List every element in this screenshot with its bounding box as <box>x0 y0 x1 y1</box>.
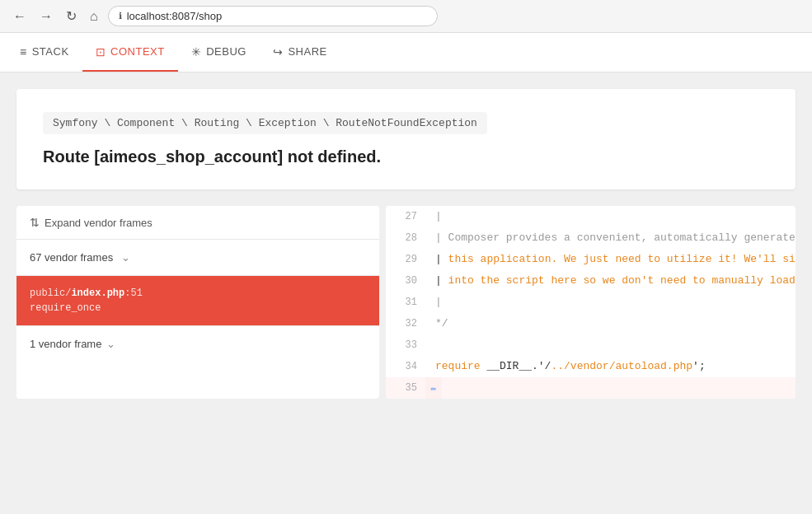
url-bar[interactable]: ℹ localhost:8087/shop <box>108 6 438 26</box>
vendor-frames-chevron: ⌄ <box>121 251 130 264</box>
line-num-35: 35 <box>386 377 425 399</box>
line-content-35 <box>442 377 796 399</box>
forward-button[interactable]: → <box>36 7 56 26</box>
line-num-27: 27 <box>386 206 425 227</box>
active-frame-method: require_once <box>30 302 366 314</box>
error-card: Symfony \ Component \ Routing \ Exceptio… <box>16 89 796 189</box>
code-line-27: 27 | <box>386 206 796 227</box>
line-content-30: | into the script here so we don't need … <box>425 270 796 292</box>
line-num-30: 30 <box>386 270 425 292</box>
line-num-32: 32 <box>386 313 425 334</box>
expand-arrows-icon: ⇅ <box>30 216 40 229</box>
toolbar: ≡ STACK ⊡ CONTEXT ✳ DEBUG ↪ SHARE <box>0 33 812 72</box>
stack-icon: ≡ <box>20 45 27 58</box>
expand-vendor-button[interactable]: ⇅ Expand vendor frames <box>16 206 379 240</box>
code-line-29: 29 | this application. We just need to u… <box>386 249 796 270</box>
right-panel: 27 | 28 | Composer provides a convenient… <box>386 206 796 399</box>
pencil-icon: ✏ <box>430 382 436 395</box>
vendor-frame-chevron: ⌄ <box>106 338 115 350</box>
code-line-32: 32 */ <box>386 313 796 334</box>
code-line-35: 35 ✏ <box>386 377 796 399</box>
tab-context-label: CONTEXT <box>110 45 165 58</box>
line-content-31: | <box>425 292 796 313</box>
debug-icon: ✳ <box>191 45 202 58</box>
line-content-32: */ <box>425 313 796 334</box>
code-line-28: 28 | Composer provides a convenient, aut… <box>386 227 796 249</box>
context-icon: ⊡ <box>96 45 106 58</box>
tab-stack[interactable]: ≡ STACK <box>7 33 82 72</box>
code-line-31: 31 | <box>386 292 796 313</box>
active-frame[interactable]: public/index.php:51 require_once <box>16 276 379 325</box>
line-number: :51 <box>124 287 143 299</box>
code-line-33: 33 <box>386 334 796 356</box>
tab-debug-label: DEBUG <box>206 45 246 58</box>
line-num-28: 28 <box>386 227 425 249</box>
line-content-33 <box>425 334 796 356</box>
back-button[interactable]: ← <box>10 7 30 26</box>
left-panel: ⇅ Expand vendor frames 67 vendor frames … <box>16 206 379 399</box>
url-text: localhost:8087/shop <box>127 10 223 22</box>
tab-stack-label: STACK <box>32 45 69 58</box>
main-area: Symfony \ Component \ Routing \ Exceptio… <box>0 72 812 514</box>
expand-vendor-label: Expand vendor frames <box>45 217 153 229</box>
line-content-29: | this application. We just need to util… <box>425 249 796 270</box>
path-prefix: public/ <box>30 287 71 299</box>
tab-debug[interactable]: ✳ DEBUG <box>178 33 260 72</box>
line-num-34: 34 <box>386 356 425 377</box>
code-line-30: 30 | into the script here so we don't ne… <box>386 270 796 292</box>
line-num-31: 31 <box>386 292 425 313</box>
stack-area: ⇅ Expand vendor frames 67 vendor frames … <box>16 206 796 399</box>
line-content-34: require __DIR__.'/../vendor/autoload.php… <box>425 356 796 377</box>
vendor-frame-bottom-row[interactable]: 1 vendor frame ⌄ <box>16 325 379 362</box>
exception-class: Symfony \ Component \ Routing \ Exceptio… <box>43 112 487 134</box>
line-num-33: 33 <box>386 334 425 356</box>
browser-bar: ← → ↻ ⌂ ℹ localhost:8087/shop <box>0 0 812 33</box>
vendor-frame-count: 1 vendor frame <box>30 338 101 350</box>
line-content-27: | <box>425 206 796 227</box>
code-line-34: 34 require __DIR__.'/../vendor/autoload.… <box>386 356 796 377</box>
vendor-frames-top-row[interactable]: 67 vendor frames ⌄ <box>16 240 379 276</box>
vendor-frames-count: 67 vendor frames <box>30 251 113 264</box>
tab-context[interactable]: ⊡ CONTEXT <box>82 33 178 72</box>
line-content-28: | Composer provides a convenient, automa… <box>425 227 796 249</box>
home-button[interactable]: ⌂ <box>87 7 101 26</box>
reload-button[interactable]: ↻ <box>63 7 80 26</box>
share-icon: ↪ <box>273 45 284 58</box>
tab-share-label: SHARE <box>288 45 326 58</box>
line-indicator: ✏ <box>425 377 442 399</box>
lock-icon: ℹ <box>119 11 122 21</box>
active-frame-path: public/index.php:51 <box>30 287 366 299</box>
line-num-29: 29 <box>386 249 425 270</box>
tab-share[interactable]: ↪ SHARE <box>260 33 340 72</box>
filename: index.php <box>71 287 124 299</box>
error-message: Route [aimeos_shop_account] not defined. <box>43 147 769 166</box>
